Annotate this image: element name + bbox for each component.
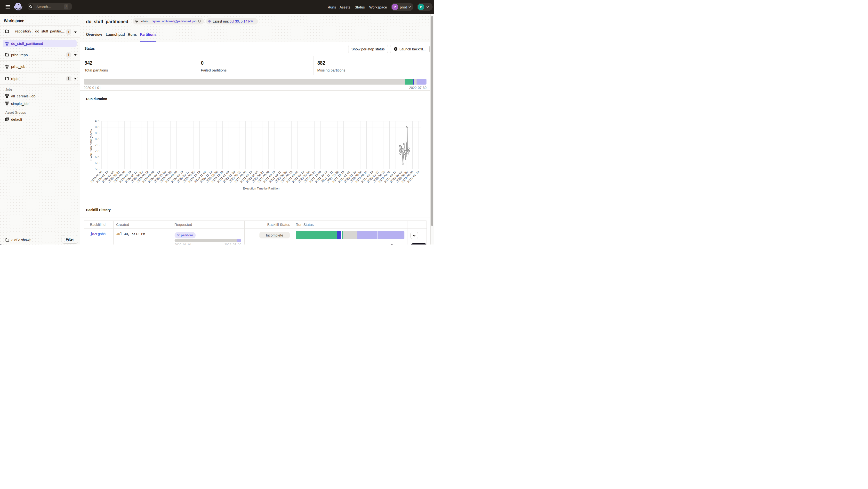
svg-text:9.5: 9.5 xyxy=(95,120,99,123)
svg-text:9.0: 9.0 xyxy=(95,125,99,129)
svg-text:Execution time (secs): Execution time (secs) xyxy=(89,129,93,160)
svg-text:6.5: 6.5 xyxy=(95,155,99,159)
svg-text:7.5: 7.5 xyxy=(95,143,99,147)
svg-text:7.0: 7.0 xyxy=(95,149,99,153)
svg-text:Execution Time by Partition: Execution Time by Partition xyxy=(243,187,280,190)
svg-text:6.0: 6.0 xyxy=(95,161,99,165)
svg-text:5.5: 5.5 xyxy=(95,167,99,171)
svg-text:8.5: 8.5 xyxy=(95,131,99,135)
svg-text:8.0: 8.0 xyxy=(95,137,99,141)
